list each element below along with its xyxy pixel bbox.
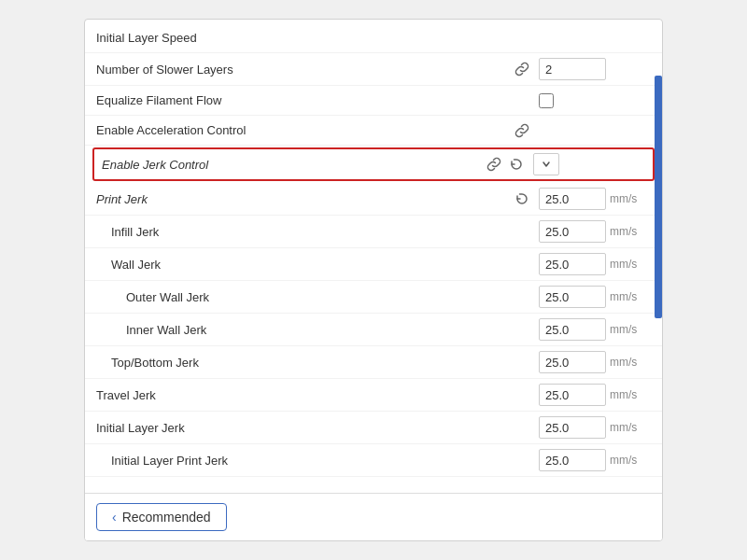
value-area-infill-jerk: mm/s [539, 220, 651, 243]
unit-print-jerk: mm/s [610, 192, 638, 205]
input-inner-wall-jerk[interactable] [539, 318, 606, 341]
value-area-equalize-filament-flow [539, 93, 651, 108]
setting-row-wall-jerk: Wall Jerkmm/s [85, 248, 662, 281]
bottom-bar: ‹ Recommended [85, 493, 662, 540]
setting-row-outer-wall-jerk: Outer Wall Jerkmm/s [85, 281, 662, 314]
input-infill-jerk[interactable] [539, 220, 606, 243]
value-area-initial-layer-print-jerk: mm/s [539, 449, 651, 471]
reset-icon-print-jerk[interactable] [513, 189, 531, 208]
label-equalize-filament-flow: Equalize Filament Flow [96, 93, 475, 107]
unit-inner-wall-jerk: mm/s [610, 323, 638, 336]
unit-initial-layer-jerk: mm/s [610, 421, 638, 434]
setting-row-inner-wall-jerk: Inner Wall Jerkmm/s [85, 314, 662, 346]
link-icon-enable-jerk-control[interactable] [485, 155, 503, 174]
settings-panel: Initial Layer SpeedNumber of Slower Laye… [84, 19, 663, 541]
label-initial-layer-jerk: Initial Layer Jerk [96, 421, 475, 435]
input-travel-jerk[interactable] [539, 384, 606, 406]
unit-initial-layer-print-jerk: mm/s [610, 454, 638, 467]
unit-travel-jerk: mm/s [610, 388, 638, 401]
value-area-inner-wall-jerk: mm/s [539, 318, 651, 341]
settings-list: Initial Layer SpeedNumber of Slower Laye… [85, 20, 662, 493]
setting-row-number-of-slower-layers: Number of Slower Layers [85, 53, 662, 86]
icons-enable-jerk-control [470, 155, 526, 174]
chevron-left-icon: ‹ [112, 510, 117, 525]
setting-row-equalize-filament-flow: Equalize Filament Flow [85, 86, 662, 116]
input-print-jerk[interactable] [539, 188, 606, 210]
reset-icon-enable-jerk-control[interactable] [507, 155, 526, 174]
recommended-label: Recommended [122, 510, 211, 525]
unit-infill-jerk: mm/s [610, 225, 638, 238]
icons-print-jerk [475, 189, 531, 208]
value-area-number-of-slower-layers [539, 58, 651, 80]
label-initial-layer-speed: Initial Layer Speed [96, 31, 475, 45]
setting-row-enable-jerk-control: Enable Jerk Control [92, 147, 655, 181]
label-infill-jerk: Infill Jerk [96, 225, 475, 239]
input-initial-layer-jerk[interactable] [539, 416, 606, 439]
label-initial-layer-print-jerk: Initial Layer Print Jerk [96, 454, 475, 468]
setting-row-initial-layer-print-jerk: Initial Layer Print Jerkmm/s [85, 444, 662, 477]
input-initial-layer-print-jerk[interactable] [539, 449, 606, 471]
dropdown-enable-jerk-control[interactable] [533, 153, 559, 175]
link-icon-number-of-slower-layers[interactable] [513, 60, 531, 78]
checkbox-equalize-filament-flow[interactable] [539, 93, 554, 108]
unit-wall-jerk: mm/s [610, 258, 638, 271]
value-area-outer-wall-jerk: mm/s [539, 286, 651, 308]
input-wall-jerk[interactable] [539, 253, 606, 275]
value-area-enable-jerk-control [533, 153, 645, 175]
label-travel-jerk: Travel Jerk [96, 388, 475, 402]
unit-top-bottom-jerk: mm/s [610, 356, 638, 369]
unit-outer-wall-jerk: mm/s [610, 290, 638, 303]
label-inner-wall-jerk: Inner Wall Jerk [96, 323, 475, 337]
input-top-bottom-jerk[interactable] [539, 351, 606, 373]
recommended-button[interactable]: ‹ Recommended [96, 503, 227, 531]
icons-enable-acceleration-control [475, 121, 531, 140]
setting-row-infill-jerk: Infill Jerkmm/s [85, 216, 662, 248]
setting-row-top-bottom-jerk: Top/Bottom Jerkmm/s [85, 346, 662, 379]
value-area-top-bottom-jerk: mm/s [539, 351, 651, 373]
label-print-jerk: Print Jerk [96, 192, 475, 206]
input-outer-wall-jerk[interactable] [539, 286, 606, 308]
value-area-print-jerk: mm/s [539, 188, 651, 210]
icons-number-of-slower-layers [475, 60, 531, 78]
scrollbar-indicator[interactable] [655, 76, 662, 318]
setting-row-print-jerk: Print Jerk mm/s [85, 183, 662, 216]
setting-row-enable-acceleration-control: Enable Acceleration Control [85, 116, 662, 146]
label-wall-jerk: Wall Jerk [96, 258, 475, 272]
value-area-wall-jerk: mm/s [539, 253, 651, 275]
label-outer-wall-jerk: Outer Wall Jerk [96, 290, 475, 304]
setting-row-initial-layer-jerk: Initial Layer Jerkmm/s [85, 412, 662, 444]
link-icon-enable-acceleration-control[interactable] [513, 121, 531, 140]
setting-row-initial-layer-speed: Initial Layer Speed [85, 23, 662, 53]
input-number-of-slower-layers[interactable] [539, 58, 606, 80]
value-area-initial-layer-jerk: mm/s [539, 416, 651, 439]
label-enable-jerk-control: Enable Jerk Control [102, 158, 470, 172]
value-area-travel-jerk: mm/s [539, 384, 651, 406]
label-number-of-slower-layers: Number of Slower Layers [96, 63, 475, 77]
label-top-bottom-jerk: Top/Bottom Jerk [96, 356, 475, 370]
setting-row-travel-jerk: Travel Jerkmm/s [85, 379, 662, 412]
label-enable-acceleration-control: Enable Acceleration Control [96, 123, 475, 137]
